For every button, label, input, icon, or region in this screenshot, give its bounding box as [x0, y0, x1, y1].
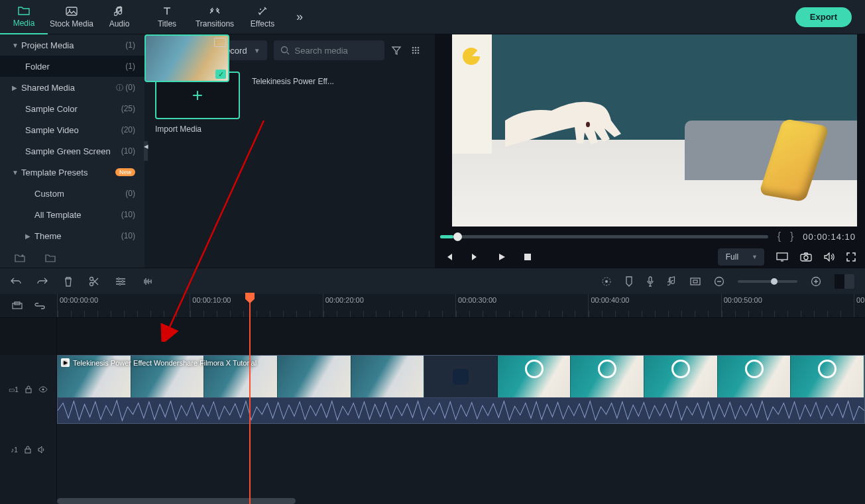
tab-stock-media[interactable]: Stock Media: [48, 0, 95, 34]
audio-track-head[interactable]: ♪1: [0, 438, 57, 461]
display-icon[interactable]: [776, 252, 788, 262]
panel-resize-handle[interactable]: ◂: [144, 141, 148, 161]
svg-point-5: [415, 47, 417, 49]
grid-view-icon[interactable]: [411, 46, 424, 55]
volume-icon[interactable]: [824, 252, 835, 262]
svg-point-7: [412, 50, 414, 52]
svg-rect-30: [13, 303, 22, 309]
svg-rect-14: [524, 254, 531, 260]
folder-icon[interactable]: [45, 254, 56, 262]
tab-titles[interactable]: Titles: [143, 0, 191, 34]
delete-button[interactable]: [64, 276, 73, 287]
sidebar-project-media[interactable]: ▼ Project Media (1): [0, 34, 144, 56]
filter-icon[interactable]: [391, 45, 404, 56]
sidebar-custom[interactable]: Custom (0): [0, 183, 144, 204]
svg-point-17: [804, 256, 808, 260]
render-icon[interactable]: [601, 276, 612, 287]
more-tabs-button[interactable]: »: [286, 10, 313, 24]
sidebar-shared-media[interactable]: ▶ Shared Media ⓘ (0): [0, 77, 144, 98]
stop-button[interactable]: [524, 253, 532, 261]
link-icon[interactable]: [34, 303, 45, 309]
sidebar-sample-green-screen[interactable]: Sample Green Screen (10): [0, 140, 144, 162]
preview-panel: { } 00:00:14:10 Full ▼: [435, 34, 865, 268]
titles-icon: [161, 5, 173, 17]
media-panel: ◂ Import ▼ Record ▼ + Import Media: [144, 34, 435, 268]
tab-label: Transitions: [196, 19, 234, 28]
mark-out-icon[interactable]: }: [790, 230, 793, 242]
split-button[interactable]: [89, 276, 99, 287]
step-forward-button[interactable]: [471, 252, 480, 262]
chevron-down-icon: ▼: [12, 169, 21, 176]
prev-frame-button[interactable]: [444, 252, 453, 262]
search-media-input[interactable]: [274, 40, 384, 60]
zoom-out-button[interactable]: [714, 276, 724, 287]
tab-label: Titles: [158, 19, 176, 28]
undo-button[interactable]: [11, 277, 21, 286]
sidebar-sample-video[interactable]: Sample Video (20): [0, 119, 144, 140]
video-track-head[interactable]: ▭1: [0, 355, 57, 424]
sidebar-all-template[interactable]: All Template (10): [0, 204, 144, 225]
audio-icon: [113, 5, 125, 17]
sidebar-sample-color[interactable]: Sample Color (25): [0, 98, 144, 119]
play-button[interactable]: [497, 252, 506, 262]
video-track-icon: ▭1: [9, 386, 19, 393]
lock-icon[interactable]: [25, 385, 32, 393]
adjust-button[interactable]: [115, 277, 126, 286]
zoom-in-button[interactable]: [811, 276, 821, 287]
redo-button[interactable]: [37, 277, 48, 286]
svg-point-33: [42, 389, 44, 391]
media-clip-card[interactable]: ✓ Telekinesis Power Eff...: [252, 72, 337, 134]
speaker-icon[interactable]: [38, 446, 46, 453]
fullscreen-icon[interactable]: [846, 252, 856, 262]
svg-point-6: [418, 47, 420, 49]
tab-effects[interactable]: Effects: [239, 0, 286, 34]
svg-rect-34: [25, 449, 30, 453]
svg-point-12: [418, 52, 420, 54]
preview-timecode: 00:00:14:10: [803, 232, 856, 242]
voiceover-icon[interactable]: [646, 276, 654, 287]
marker-icon[interactable]: [625, 276, 633, 287]
svg-rect-26: [691, 278, 700, 285]
media-sidebar: ▼ Project Media (1) Folder (1) ▶ Shared …: [0, 34, 144, 268]
folder-icon: [18, 5, 30, 17]
timeline-view-toggle[interactable]: [835, 274, 854, 289]
zoom-handle[interactable]: [771, 278, 778, 285]
svg-rect-27: [693, 280, 697, 283]
preview-viewport[interactable]: [452, 34, 857, 227]
fit-timeline-icon[interactable]: [12, 301, 23, 311]
timeline-clip[interactable]: ▶Telekinesis Power Effect Wondershare Fi…: [57, 355, 865, 424]
sidebar-folder[interactable]: Folder (1): [0, 56, 144, 77]
audio-mixer-icon[interactable]: [667, 276, 677, 287]
new-badge: New: [115, 168, 135, 176]
clip-audio-waveform: [57, 397, 865, 424]
crop-icon[interactable]: [690, 277, 701, 285]
svg-point-4: [412, 47, 414, 49]
tab-media[interactable]: Media: [0, 0, 48, 34]
preview-scrubber[interactable]: { } 00:00:14:10: [440, 227, 856, 246]
new-folder-icon[interactable]: [15, 254, 25, 262]
svg-rect-32: [26, 389, 31, 393]
svg-point-10: [412, 52, 414, 54]
tab-transitions[interactable]: Transitions: [191, 0, 239, 34]
check-icon: ✓: [215, 70, 226, 79]
timeline-playhead[interactable]: [249, 294, 251, 504]
zoom-slider[interactable]: [738, 280, 797, 283]
stock-icon: [66, 5, 78, 17]
audio-wave-button[interactable]: [142, 277, 154, 286]
snapshot-icon[interactable]: [800, 252, 812, 262]
tab-audio[interactable]: Audio: [95, 0, 143, 34]
svg-point-1: [69, 9, 70, 11]
timeline-scrollbar[interactable]: [57, 498, 296, 504]
scrub-handle[interactable]: [453, 232, 462, 241]
svg-point-9: [418, 50, 420, 52]
svg-point-18: [90, 277, 93, 280]
mark-in-icon[interactable]: {: [778, 230, 781, 242]
export-button[interactable]: Export: [795, 7, 852, 27]
eye-icon[interactable]: [38, 386, 48, 393]
sidebar-theme[interactable]: ▶ Theme (10): [0, 225, 144, 246]
sidebar-template-presets[interactable]: ▼ Template Presets New: [0, 162, 144, 183]
lock-icon[interactable]: [25, 446, 31, 454]
timeline-ruler[interactable]: 00:00:00:00 00:00:10:00 00:00:20:00 00:0…: [57, 294, 865, 317]
quality-dropdown[interactable]: Full ▼: [718, 248, 764, 266]
hd-badge-icon: [214, 38, 226, 47]
